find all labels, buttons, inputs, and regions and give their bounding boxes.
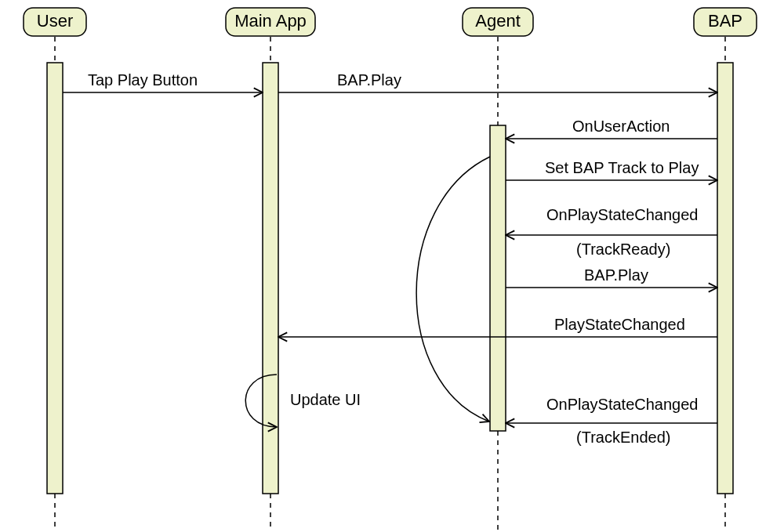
sequence-diagram: User Main App Agent BAP Tap Play Button … <box>0 0 784 532</box>
activation-mainapp <box>263 63 278 494</box>
participant-agent-label: Agent <box>475 11 521 31</box>
message-state-trackended-label-b: (TrackEnded) <box>576 429 670 446</box>
message-bap-play-1-label: BAP.Play <box>337 71 401 89</box>
message-update-ui-label: Update UI <box>290 391 361 408</box>
message-state-trackready-label-b: (TrackReady) <box>576 241 670 258</box>
message-state-trackready-label-a: OnPlayStateChanged <box>546 206 698 223</box>
message-on-user-action-label: OnUserAction <box>572 118 670 135</box>
agent-self-loop <box>416 157 490 422</box>
message-tap-play-label: Tap Play Button <box>88 71 198 89</box>
activation-bap <box>717 63 733 494</box>
message-set-track-label: Set BAP Track to Play <box>545 159 699 176</box>
activation-user <box>47 63 63 494</box>
participant-user-label: User <box>37 11 73 31</box>
participant-mainapp-label: Main App <box>234 11 307 31</box>
message-bap-play-2-label: BAP.Play <box>584 266 648 284</box>
participant-bap-label: BAP <box>708 11 742 31</box>
message-playstatechanged-label: PlayStateChanged <box>554 316 685 333</box>
activation-agent <box>490 125 506 431</box>
message-state-trackended-label-a: OnPlayStateChanged <box>546 396 698 413</box>
